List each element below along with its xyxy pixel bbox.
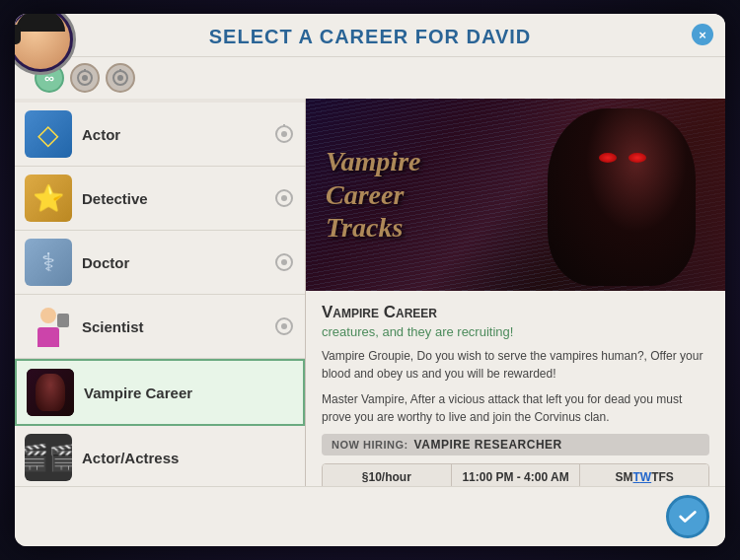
vampire-icon bbox=[27, 369, 74, 416]
svg-point-10 bbox=[281, 195, 287, 201]
image-line1: Vampire bbox=[326, 146, 420, 176]
actor-name: Actor bbox=[82, 126, 263, 143]
actor-action-icon bbox=[273, 123, 295, 145]
dialog-header: Select a Career for David × bbox=[15, 14, 725, 57]
career-item-vampire[interactable]: Vampire Career bbox=[15, 359, 305, 426]
svg-point-14 bbox=[281, 323, 287, 329]
image-line3: Tracks bbox=[326, 212, 403, 243]
day-f: F bbox=[659, 470, 666, 484]
dialog-footer bbox=[15, 486, 725, 546]
detective-icon bbox=[25, 175, 72, 222]
detail-description1: Vampire Groupie, Do you wish to serve th… bbox=[322, 347, 709, 383]
job-days: S M T W T F S bbox=[580, 464, 708, 486]
detail-content: Vampire Career creatures, and they are r… bbox=[306, 291, 725, 486]
svg-point-12 bbox=[281, 259, 287, 265]
doctor-name: Doctor bbox=[82, 254, 263, 271]
doctor-action-icon bbox=[273, 251, 295, 273]
detective-action-icon bbox=[273, 187, 295, 209]
career-select-dialog: Select a Career for David × ∞ bbox=[15, 14, 725, 546]
hiring-role: Vampire researcher bbox=[414, 438, 562, 452]
scientist-name: Scientist bbox=[82, 318, 263, 335]
career-image: Vampire Career Tracks bbox=[306, 99, 725, 291]
day-t1: T bbox=[633, 470, 640, 484]
dialog-title: Select a Career for David bbox=[209, 26, 532, 48]
hiring-label: Now Hiring: bbox=[332, 439, 408, 451]
svg-point-1 bbox=[82, 75, 88, 81]
doctor-icon bbox=[25, 239, 72, 286]
close-button[interactable]: × bbox=[692, 24, 713, 45]
day-w: W bbox=[640, 470, 651, 484]
vampire-name: Vampire Career bbox=[84, 385, 293, 401]
career-item-scientist[interactable]: Scientist bbox=[15, 295, 305, 359]
career-list: Actor Detective bbox=[15, 99, 306, 486]
detective-name: Detective bbox=[82, 190, 263, 207]
career-item-doctor[interactable]: Doctor bbox=[15, 231, 305, 295]
svg-point-7 bbox=[281, 131, 287, 137]
day-t2: T bbox=[651, 470, 658, 484]
career-item-actress[interactable]: 🎬 Actor/Actress bbox=[15, 426, 305, 486]
confirm-button[interactable] bbox=[666, 495, 709, 538]
hiring-bar: Now Hiring: Vampire researcher bbox=[322, 434, 709, 455]
job-stats: §10/hour 11:00 PM - 4:00 AM S M T W T F … bbox=[322, 463, 709, 486]
detail-tagline: creatures, and they are recruiting! bbox=[322, 324, 709, 339]
actor-icon bbox=[25, 110, 72, 158]
avatar-face bbox=[15, 14, 70, 69]
job-hours: 11:00 PM - 4:00 AM bbox=[452, 464, 581, 486]
avatar-hair bbox=[16, 14, 65, 32]
career-item-actor[interactable]: Actor bbox=[15, 103, 305, 167]
career-item-detective[interactable]: Detective bbox=[15, 167, 305, 231]
scientist-icon bbox=[25, 303, 72, 350]
actress-name: Actor/Actress bbox=[82, 450, 295, 466]
filter-custom1[interactable] bbox=[70, 63, 100, 93]
career-detail: Vampire Career Tracks Vampire Career cre… bbox=[306, 99, 725, 486]
day-s2: S bbox=[666, 470, 674, 484]
day-m: M bbox=[624, 470, 633, 484]
career-image-text: Vampire Career Tracks bbox=[326, 145, 420, 245]
filter-row: ∞ bbox=[15, 57, 725, 99]
day-s1: S bbox=[615, 470, 623, 484]
detail-career-name: Vampire Career bbox=[322, 303, 709, 322]
svg-point-4 bbox=[117, 75, 123, 81]
filter-custom2[interactable] bbox=[106, 63, 135, 93]
actress-icon: 🎬 bbox=[25, 434, 72, 481]
job-pay: §10/hour bbox=[323, 464, 452, 486]
detail-description2: Master Vampire, After a vicious attack t… bbox=[322, 390, 709, 426]
dialog-body: Actor Detective bbox=[15, 99, 725, 486]
image-line2: Career bbox=[326, 179, 404, 210]
career-image-overlay: Vampire Career Tracks bbox=[306, 99, 725, 291]
scientist-action-icon bbox=[273, 315, 295, 337]
